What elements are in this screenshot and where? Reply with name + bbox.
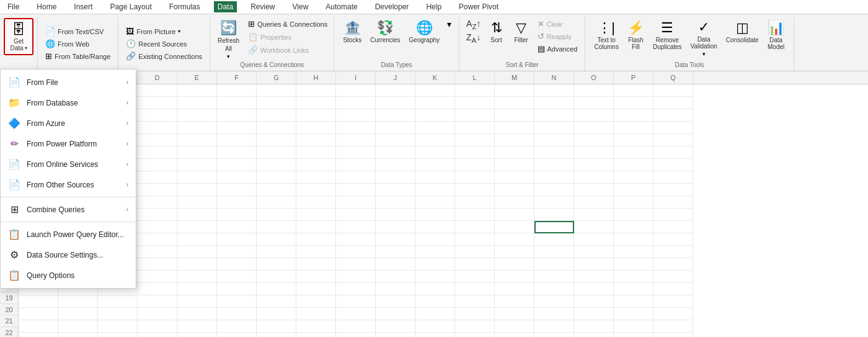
grid-cell[interactable] bbox=[296, 221, 336, 233]
grid-cell[interactable] bbox=[296, 146, 336, 159]
grid-cell[interactable] bbox=[217, 333, 257, 337]
grid-cell[interactable] bbox=[534, 196, 574, 209]
grid-cell[interactable] bbox=[296, 333, 336, 337]
grid-cell[interactable] bbox=[177, 320, 217, 333]
grid-cell[interactable] bbox=[217, 283, 257, 295]
grid-cell[interactable] bbox=[574, 209, 614, 221]
grid-cell[interactable] bbox=[217, 271, 257, 283]
consolidate-button[interactable]: ◫ Consolidate bbox=[722, 18, 763, 46]
grid-cell[interactable] bbox=[534, 308, 574, 320]
grid-cell[interactable] bbox=[257, 233, 296, 246]
grid-cell[interactable] bbox=[415, 84, 455, 97]
grid-cell[interactable] bbox=[376, 320, 415, 333]
grid-cell[interactable] bbox=[455, 109, 495, 122]
grid-cell[interactable] bbox=[534, 320, 574, 333]
grid-cell[interactable] bbox=[455, 320, 495, 333]
grid-cell[interactable] bbox=[455, 122, 495, 134]
grid-cell[interactable] bbox=[415, 258, 455, 271]
grid-cell[interactable] bbox=[415, 233, 455, 246]
grid-cell[interactable] bbox=[653, 221, 693, 233]
grid-cell[interactable] bbox=[257, 271, 296, 283]
grid-cell[interactable] bbox=[415, 122, 455, 134]
grid-cell[interactable] bbox=[495, 221, 534, 233]
grid-cell[interactable] bbox=[138, 308, 177, 320]
grid-cell[interactable] bbox=[376, 134, 415, 146]
grid-cell[interactable] bbox=[653, 246, 693, 258]
grid-cell[interactable] bbox=[19, 308, 58, 320]
grid-cell[interactable] bbox=[415, 171, 455, 184]
grid-cell[interactable] bbox=[257, 84, 296, 97]
grid-cell[interactable] bbox=[257, 196, 296, 209]
grid-cell[interactable] bbox=[257, 258, 296, 271]
grid-cell[interactable] bbox=[653, 146, 693, 159]
grid-cell[interactable] bbox=[653, 109, 693, 122]
grid-cell[interactable] bbox=[376, 233, 415, 246]
grid-cell[interactable] bbox=[217, 196, 257, 209]
grid-cell[interactable] bbox=[455, 184, 495, 196]
grid-cell[interactable] bbox=[455, 171, 495, 184]
grid-cell[interactable] bbox=[336, 295, 376, 308]
grid-cell[interactable] bbox=[177, 295, 217, 308]
menu-query-options[interactable]: 📋 Query Options bbox=[1, 265, 136, 285]
grid-cell[interactable] bbox=[653, 159, 693, 171]
grid-cell[interactable] bbox=[574, 196, 614, 209]
grid-cell[interactable] bbox=[653, 171, 693, 184]
grid-cell[interactable] bbox=[336, 146, 376, 159]
grid-cell[interactable] bbox=[653, 122, 693, 134]
grid-cell[interactable] bbox=[455, 233, 495, 246]
grid-cell[interactable] bbox=[217, 258, 257, 271]
grid-cell[interactable] bbox=[336, 84, 376, 97]
grid-cell[interactable] bbox=[296, 233, 336, 246]
grid-cell[interactable] bbox=[574, 109, 614, 122]
grid-cell[interactable] bbox=[257, 333, 296, 337]
grid-cell[interactable] bbox=[177, 171, 217, 184]
grid-cell[interactable] bbox=[614, 333, 653, 337]
grid-cell[interactable] bbox=[495, 308, 534, 320]
grid-cell[interactable] bbox=[574, 246, 614, 258]
grid-cell[interactable] bbox=[257, 221, 296, 233]
menu-data[interactable]: Data bbox=[214, 1, 237, 12]
grid-cell[interactable] bbox=[376, 271, 415, 283]
grid-cell[interactable] bbox=[336, 97, 376, 109]
grid-cell[interactable] bbox=[296, 109, 336, 122]
grid-cell[interactable] bbox=[217, 146, 257, 159]
grid-cell[interactable] bbox=[653, 209, 693, 221]
grid-cell[interactable] bbox=[574, 84, 614, 97]
grid-cell[interactable] bbox=[534, 134, 574, 146]
grid-cell[interactable] bbox=[217, 308, 257, 320]
grid-cell[interactable] bbox=[574, 333, 614, 337]
grid-cell[interactable] bbox=[415, 184, 455, 196]
grid-cell[interactable] bbox=[534, 171, 574, 184]
grid-cell[interactable] bbox=[455, 333, 495, 337]
grid-cell[interactable] bbox=[376, 221, 415, 233]
grid-cell[interactable] bbox=[376, 295, 415, 308]
grid-cell[interactable] bbox=[534, 184, 574, 196]
grid-cell[interactable] bbox=[138, 320, 177, 333]
grid-cell[interactable] bbox=[296, 171, 336, 184]
grid-cell[interactable] bbox=[138, 84, 177, 97]
grid-cell[interactable] bbox=[19, 295, 58, 308]
grid-cell[interactable] bbox=[574, 295, 614, 308]
grid-cell[interactable] bbox=[257, 171, 296, 184]
grid-cell[interactable] bbox=[455, 246, 495, 258]
grid-cell[interactable] bbox=[177, 159, 217, 171]
grid-cell[interactable] bbox=[455, 258, 495, 271]
grid-cell[interactable] bbox=[58, 295, 98, 308]
grid-cell[interactable] bbox=[257, 134, 296, 146]
grid-cell[interactable] bbox=[177, 209, 217, 221]
grid-cell[interactable] bbox=[217, 97, 257, 109]
grid-cell[interactable] bbox=[614, 295, 653, 308]
from-web-button[interactable]: 🌐 From Web bbox=[43, 38, 92, 50]
refresh-all-split-button[interactable]: 🔄 Refresh All ▾ bbox=[214, 18, 243, 61]
grid-cell[interactable] bbox=[534, 258, 574, 271]
menu-formulas[interactable]: Formulas bbox=[166, 1, 204, 12]
grid-cell[interactable] bbox=[653, 84, 693, 97]
grid-cell[interactable] bbox=[58, 320, 98, 333]
menu-home[interactable]: Home bbox=[33, 1, 60, 12]
grid-cell[interactable] bbox=[98, 308, 138, 320]
grid-cell[interactable] bbox=[614, 146, 653, 159]
grid-cell[interactable] bbox=[257, 295, 296, 308]
grid-cell[interactable] bbox=[98, 320, 138, 333]
from-text-csv-button[interactable]: 📄 From Text/CSV bbox=[43, 25, 106, 37]
grid-cell[interactable] bbox=[138, 333, 177, 337]
